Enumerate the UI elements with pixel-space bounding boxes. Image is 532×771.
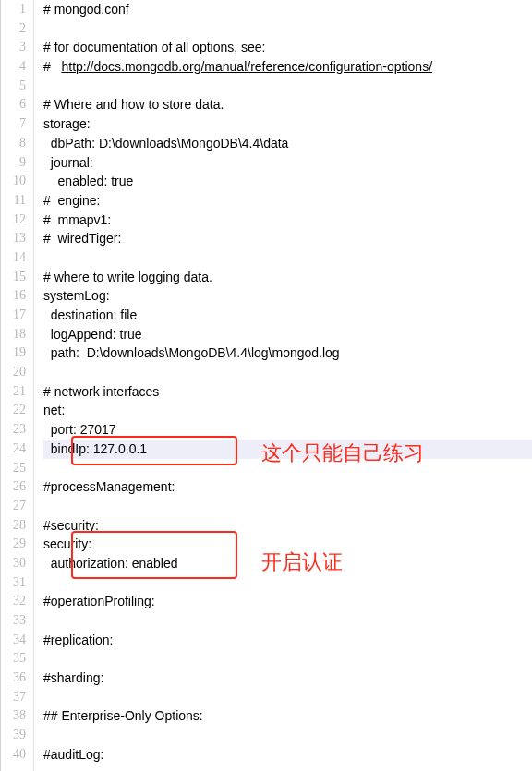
code-line[interactable]: #security: — [43, 516, 532, 536]
line-number: 33 — [1, 611, 26, 631]
code-line[interactable] — [43, 726, 532, 745]
line-number: 10 — [1, 172, 26, 191]
line-number: 32 — [1, 592, 26, 611]
code-line[interactable]: # mmapv1: — [43, 211, 532, 230]
code-line[interactable] — [43, 573, 532, 593]
line-number: 20 — [1, 363, 26, 382]
line-number: 36 — [1, 669, 26, 688]
line-number-gutter: 1234567891011121314151617181920212223242… — [1, 0, 34, 771]
line-number: 37 — [1, 688, 26, 707]
code-line[interactable]: # wiredTiger: — [43, 229, 532, 248]
code-line[interactable]: #sharding: — [43, 669, 532, 688]
code-line[interactable]: path: D:\downloads\MongoDB\4.4\log\mongo… — [43, 343, 532, 363]
line-number: 11 — [1, 191, 26, 211]
code-line[interactable]: # network interfaces — [43, 382, 532, 402]
code-line[interactable]: #auditLog: — [43, 745, 532, 765]
code-line[interactable]: security: — [43, 535, 532, 554]
code-line[interactable]: # http://docs.mongodb.org/manual/referen… — [43, 57, 532, 77]
code-line[interactable] — [43, 77, 532, 96]
code-editor: 1234567891011121314151617181920212223242… — [0, 0, 532, 771]
code-line[interactable]: bindIp: 127.0.0.1 — [43, 440, 532, 459]
code-line[interactable]: # mongod.conf — [43, 0, 532, 19]
line-number: 30 — [1, 554, 26, 573]
line-number: 17 — [1, 306, 26, 325]
code-line[interactable]: # for documentation of all options, see: — [43, 38, 532, 57]
line-number: 25 — [1, 459, 26, 478]
code-line[interactable]: #replication: — [43, 631, 532, 650]
line-number: 19 — [1, 343, 26, 363]
line-number: 1 — [1, 0, 26, 19]
code-line[interactable]: # where to write logging data. — [43, 268, 532, 287]
line-number: 22 — [1, 401, 26, 420]
line-number: 31 — [1, 573, 26, 593]
code-line[interactable] — [43, 19, 532, 39]
line-number: 4 — [1, 57, 26, 77]
line-number: 5 — [1, 77, 26, 96]
line-number: 34 — [1, 631, 26, 650]
code-line[interactable]: systemLog: — [43, 286, 532, 306]
line-number: 14 — [1, 248, 26, 268]
code-line[interactable]: journal: — [43, 153, 532, 173]
line-number: 15 — [1, 268, 26, 287]
line-number: 7 — [1, 114, 26, 134]
code-line[interactable]: port: 27017 — [43, 420, 532, 440]
line-number: 38 — [1, 706, 26, 726]
line-number: 40 — [1, 745, 26, 765]
line-number: 27 — [1, 497, 26, 516]
line-number: 6 — [1, 95, 26, 114]
line-number: 3 — [1, 38, 26, 57]
line-number: 21 — [1, 382, 26, 402]
code-area[interactable]: 这个只能自己练习 开启认证 # mongod.conf# for documen… — [34, 0, 532, 771]
line-number: 26 — [1, 477, 26, 497]
code-line[interactable]: destination: file — [43, 306, 532, 325]
code-line[interactable] — [43, 363, 532, 382]
code-line[interactable]: dbPath: D:\downloads\MongoDB\4.4\data — [43, 134, 532, 153]
line-number: 13 — [1, 229, 26, 248]
code-line[interactable]: #processManagement: — [43, 477, 532, 497]
code-line[interactable]: ## Enterprise-Only Options: — [43, 706, 532, 726]
line-number: 24 — [1, 440, 26, 459]
line-number: 28 — [1, 516, 26, 536]
code-line[interactable]: net: — [43, 401, 532, 420]
line-number: 18 — [1, 325, 26, 344]
line-number: 39 — [1, 726, 26, 745]
code-line[interactable]: enabled: true — [43, 172, 532, 191]
line-number: 8 — [1, 134, 26, 153]
line-number: 23 — [1, 420, 26, 440]
code-line[interactable] — [43, 459, 532, 478]
code-line[interactable]: #operationProfiling: — [43, 592, 532, 611]
code-line[interactable] — [43, 248, 532, 268]
code-line[interactable]: logAppend: true — [43, 325, 532, 344]
code-line[interactable]: # Where and how to store data. — [43, 95, 532, 114]
line-number: 2 — [1, 19, 26, 39]
line-number: 29 — [1, 535, 26, 554]
code-line[interactable] — [43, 688, 532, 707]
line-number: 35 — [1, 649, 26, 669]
code-line[interactable] — [43, 611, 532, 631]
doc-link[interactable]: http://docs.mongodb.org/manual/reference… — [61, 59, 432, 74]
code-line[interactable] — [43, 497, 532, 516]
line-number: 12 — [1, 211, 26, 230]
code-line[interactable]: # engine: — [43, 191, 532, 211]
code-line[interactable]: storage: — [43, 114, 532, 134]
line-number: 16 — [1, 286, 26, 306]
code-line[interactable]: authorization: enabled — [43, 554, 532, 573]
code-line[interactable] — [43, 649, 532, 669]
line-number: 9 — [1, 153, 26, 173]
